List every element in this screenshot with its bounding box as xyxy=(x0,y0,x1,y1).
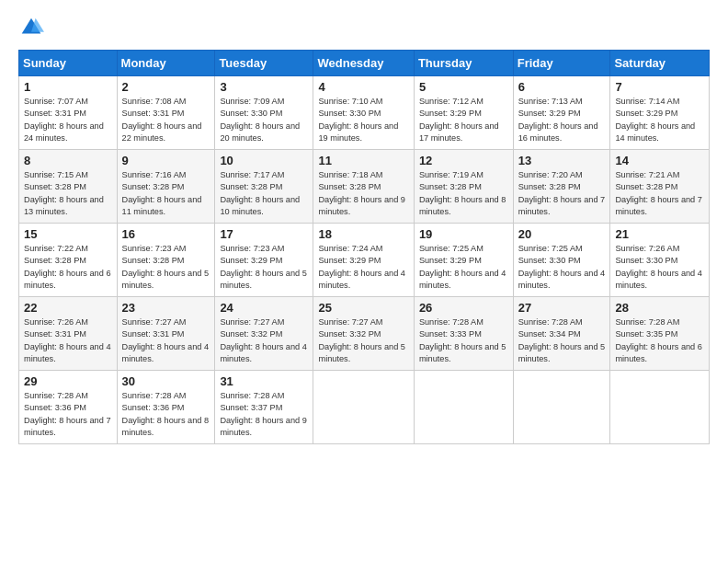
day-number: 3 xyxy=(220,80,308,94)
sunset-label: Sunset: 3:28 PM xyxy=(318,182,381,191)
calendar-cell: 22 Sunrise: 7:26 AM Sunset: 3:31 PM Dayl… xyxy=(19,297,118,371)
sunset-label: Sunset: 3:28 PM xyxy=(122,256,185,265)
day-number: 18 xyxy=(318,227,408,241)
calendar-cell: 27 Sunrise: 7:28 AM Sunset: 3:34 PM Dayl… xyxy=(513,297,610,371)
sunset-label: Sunset: 3:36 PM xyxy=(24,403,86,412)
daylight-label: Daylight: 8 hours and 9 minutes. xyxy=(318,195,405,216)
calendar-header-row: SundayMondayTuesdayWednesdayThursdayFrid… xyxy=(19,51,710,76)
calendar-day-header: Wednesday xyxy=(313,51,414,76)
daylight-label: Daylight: 8 hours and 4 minutes. xyxy=(220,342,307,363)
day-number: 20 xyxy=(518,227,606,241)
calendar-week-row: 15 Sunrise: 7:22 AM Sunset: 3:28 PM Dayl… xyxy=(19,224,710,297)
sunset-label: Sunset: 3:31 PM xyxy=(122,329,185,339)
sunset-label: Sunset: 3:29 PM xyxy=(518,109,581,118)
sunset-label: Sunset: 3:28 PM xyxy=(615,182,677,191)
daylight-label: Daylight: 8 hours and 7 minutes. xyxy=(615,195,702,216)
sunset-label: Sunset: 3:28 PM xyxy=(220,182,282,191)
day-number: 30 xyxy=(122,374,210,388)
day-info: Sunrise: 7:28 AM Sunset: 3:37 PM Dayligh… xyxy=(220,391,307,437)
calendar-day-header: Saturday xyxy=(610,51,710,76)
day-info: Sunrise: 7:21 AM Sunset: 3:28 PM Dayligh… xyxy=(615,170,702,216)
day-info: Sunrise: 7:25 AM Sunset: 3:29 PM Dayligh… xyxy=(419,244,506,290)
sunset-label: Sunset: 3:31 PM xyxy=(24,109,86,118)
calendar-cell: 12 Sunrise: 7:19 AM Sunset: 3:28 PM Dayl… xyxy=(414,150,513,224)
day-info: Sunrise: 7:28 AM Sunset: 3:36 PM Dayligh… xyxy=(24,391,111,437)
sunrise-label: Sunrise: 7:27 AM xyxy=(220,317,284,327)
sunrise-label: Sunrise: 7:28 AM xyxy=(518,317,583,327)
day-number: 10 xyxy=(220,154,308,167)
calendar-cell: 1 Sunrise: 7:07 AM Sunset: 3:31 PM Dayli… xyxy=(19,76,118,150)
sunset-label: Sunset: 3:29 PM xyxy=(220,256,282,265)
sunrise-label: Sunrise: 7:28 AM xyxy=(122,391,187,400)
day-number: 17 xyxy=(220,227,308,241)
sunrise-label: Sunrise: 7:28 AM xyxy=(615,317,679,327)
daylight-label: Daylight: 8 hours and 14 minutes. xyxy=(615,121,695,143)
calendar-cell: 26 Sunrise: 7:28 AM Sunset: 3:33 PM Dayl… xyxy=(414,297,513,371)
day-info: Sunrise: 7:26 AM Sunset: 3:30 PM Dayligh… xyxy=(615,244,702,290)
day-info: Sunrise: 7:27 AM Sunset: 3:32 PM Dayligh… xyxy=(220,317,307,363)
day-number: 22 xyxy=(24,301,112,315)
calendar-cell: 16 Sunrise: 7:23 AM Sunset: 3:28 PM Dayl… xyxy=(117,224,215,297)
day-number: 27 xyxy=(518,301,606,315)
calendar-cell: 14 Sunrise: 7:21 AM Sunset: 3:28 PM Dayl… xyxy=(610,150,710,224)
calendar-cell xyxy=(610,371,710,444)
calendar-cell: 8 Sunrise: 7:15 AM Sunset: 3:28 PM Dayli… xyxy=(19,150,118,224)
day-info: Sunrise: 7:28 AM Sunset: 3:33 PM Dayligh… xyxy=(419,317,506,363)
sunrise-label: Sunrise: 7:27 AM xyxy=(318,317,382,327)
day-info: Sunrise: 7:18 AM Sunset: 3:28 PM Dayligh… xyxy=(318,170,405,216)
daylight-label: Daylight: 8 hours and 5 minutes. xyxy=(419,342,506,363)
sunset-label: Sunset: 3:28 PM xyxy=(24,182,86,191)
sunrise-label: Sunrise: 7:21 AM xyxy=(615,170,679,179)
sunrise-label: Sunrise: 7:18 AM xyxy=(318,170,382,179)
daylight-label: Daylight: 8 hours and 4 minutes. xyxy=(615,269,702,290)
calendar-cell: 29 Sunrise: 7:28 AM Sunset: 3:36 PM Dayl… xyxy=(19,371,118,444)
sunrise-label: Sunrise: 7:15 AM xyxy=(24,170,88,179)
day-info: Sunrise: 7:08 AM Sunset: 3:31 PM Dayligh… xyxy=(122,97,202,143)
day-number: 24 xyxy=(220,301,308,315)
day-number: 25 xyxy=(318,301,408,315)
daylight-label: Daylight: 8 hours and 13 minutes. xyxy=(24,195,104,216)
calendar-cell: 3 Sunrise: 7:09 AM Sunset: 3:30 PM Dayli… xyxy=(215,76,313,150)
day-number: 23 xyxy=(122,301,210,315)
calendar-cell: 7 Sunrise: 7:14 AM Sunset: 3:29 PM Dayli… xyxy=(610,76,710,150)
sunrise-label: Sunrise: 7:26 AM xyxy=(24,317,88,327)
sunset-label: Sunset: 3:31 PM xyxy=(24,329,86,339)
day-number: 19 xyxy=(419,227,508,241)
sunrise-label: Sunrise: 7:24 AM xyxy=(318,244,382,253)
daylight-label: Daylight: 8 hours and 19 minutes. xyxy=(318,121,398,143)
daylight-label: Daylight: 8 hours and 20 minutes. xyxy=(220,121,300,143)
day-info: Sunrise: 7:17 AM Sunset: 3:28 PM Dayligh… xyxy=(220,170,300,216)
day-info: Sunrise: 7:25 AM Sunset: 3:30 PM Dayligh… xyxy=(518,244,606,290)
day-number: 13 xyxy=(518,154,606,167)
sunrise-label: Sunrise: 7:26 AM xyxy=(615,244,679,253)
day-number: 14 xyxy=(615,154,704,167)
calendar-cell xyxy=(414,371,513,444)
sunrise-label: Sunrise: 7:23 AM xyxy=(220,244,284,253)
day-info: Sunrise: 7:23 AM Sunset: 3:29 PM Dayligh… xyxy=(220,244,307,290)
daylight-label: Daylight: 8 hours and 7 minutes. xyxy=(518,195,606,216)
sunset-label: Sunset: 3:33 PM xyxy=(419,329,482,339)
sunset-label: Sunset: 3:30 PM xyxy=(318,109,381,118)
day-number: 9 xyxy=(122,154,210,167)
calendar-cell: 21 Sunrise: 7:26 AM Sunset: 3:30 PM Dayl… xyxy=(610,224,710,297)
calendar-cell: 6 Sunrise: 7:13 AM Sunset: 3:29 PM Dayli… xyxy=(513,76,610,150)
sunrise-label: Sunrise: 7:10 AM xyxy=(318,97,382,106)
sunrise-label: Sunrise: 7:07 AM xyxy=(24,97,88,106)
calendar-cell xyxy=(513,371,610,444)
daylight-label: Daylight: 8 hours and 24 minutes. xyxy=(24,121,104,143)
calendar-cell: 18 Sunrise: 7:24 AM Sunset: 3:29 PM Dayl… xyxy=(313,224,414,297)
calendar-cell: 15 Sunrise: 7:22 AM Sunset: 3:28 PM Dayl… xyxy=(19,224,118,297)
calendar-cell xyxy=(313,371,414,444)
day-info: Sunrise: 7:15 AM Sunset: 3:28 PM Dayligh… xyxy=(24,170,104,216)
sunrise-label: Sunrise: 7:25 AM xyxy=(518,244,583,253)
calendar-day-header: Thursday xyxy=(414,51,513,76)
daylight-label: Daylight: 8 hours and 4 minutes. xyxy=(419,269,506,290)
calendar-cell: 23 Sunrise: 7:27 AM Sunset: 3:31 PM Dayl… xyxy=(117,297,215,371)
daylight-label: Daylight: 8 hours and 4 minutes. xyxy=(518,269,606,290)
daylight-label: Daylight: 8 hours and 5 minutes. xyxy=(318,342,405,363)
logo-icon xyxy=(18,15,44,40)
calendar-cell: 5 Sunrise: 7:12 AM Sunset: 3:29 PM Dayli… xyxy=(414,76,513,150)
sunrise-label: Sunrise: 7:27 AM xyxy=(122,317,187,327)
daylight-label: Daylight: 8 hours and 4 minutes. xyxy=(318,269,405,290)
calendar-week-row: 8 Sunrise: 7:15 AM Sunset: 3:28 PM Dayli… xyxy=(19,150,710,224)
